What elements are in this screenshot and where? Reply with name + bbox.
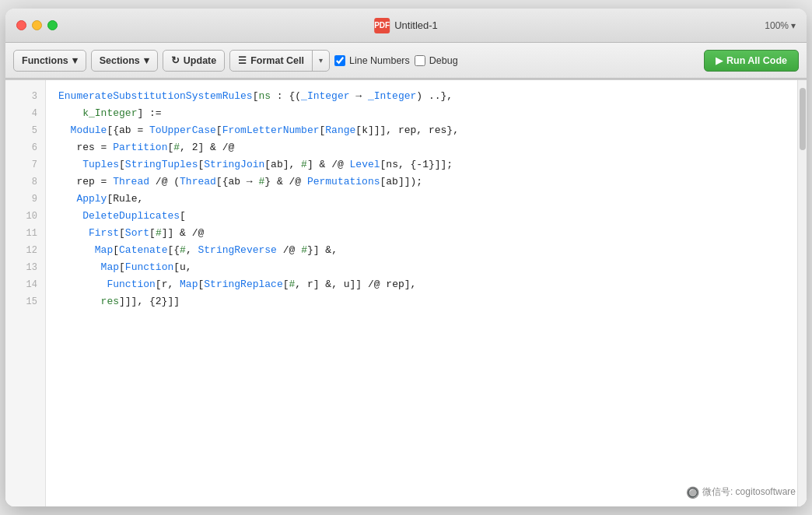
code-token bbox=[58, 279, 107, 290]
code-token: FromLetterNumber bbox=[222, 124, 320, 136]
code-token: /@ ( bbox=[149, 176, 180, 187]
line-number: 8 bbox=[5, 173, 45, 191]
run-all-button[interactable]: ▶ Run All Code bbox=[704, 50, 799, 72]
debug-checkbox-label[interactable]: Debug bbox=[415, 55, 458, 66]
line-numbers-checkbox[interactable] bbox=[334, 55, 345, 66]
zoom-level: 100% bbox=[765, 20, 789, 31]
code-token: ]] & /@ bbox=[162, 227, 205, 239]
run-icon: ▶ bbox=[716, 55, 723, 66]
code-token: → bbox=[350, 90, 368, 102]
code-token bbox=[58, 193, 76, 205]
debug-label: Debug bbox=[429, 55, 458, 66]
code-token bbox=[58, 296, 101, 307]
code-token: [{ab → bbox=[216, 176, 259, 187]
app-window: PDF Untitled-1 100% ▾ Functions ▾ Sectio… bbox=[5, 9, 807, 506]
code-token: Level bbox=[350, 159, 380, 170]
line-number: 9 bbox=[5, 191, 45, 208]
line-number: 6 bbox=[5, 139, 45, 156]
code-token: Map bbox=[95, 244, 113, 256]
line-numbers-checkbox-label[interactable]: Line Numbers bbox=[334, 55, 410, 66]
line-number: 11 bbox=[5, 225, 45, 242]
functions-chevron-icon: ▾ bbox=[72, 54, 78, 66]
functions-label: Functions bbox=[22, 55, 68, 66]
watermark-icon: 🔘 bbox=[686, 486, 699, 499]
table-row: First[Sort[#]] & /@ bbox=[58, 225, 785, 242]
code-token: [ bbox=[216, 124, 222, 136]
scrollbar-thumb[interactable] bbox=[800, 88, 806, 150]
code-token: Permutations bbox=[307, 176, 380, 187]
update-button[interactable]: ↻ Update bbox=[163, 51, 224, 71]
table-row: Apply[Rule, bbox=[58, 191, 785, 208]
close-button[interactable] bbox=[16, 20, 26, 30]
format-cell-arrow-icon: ▾ bbox=[319, 56, 323, 65]
code-token: Map bbox=[180, 279, 198, 290]
table-row: rep = Thread /@ (Thread[{ab → #} & /@ Pe… bbox=[58, 173, 785, 191]
code-token: # bbox=[301, 244, 307, 256]
code-token bbox=[58, 124, 71, 136]
code-token: [ bbox=[180, 210, 186, 222]
code-area[interactable]: EnumerateSubstitutionSystemRules[ns : {(… bbox=[46, 80, 797, 506]
code-container: 3456789101112131415 EnumerateSubstitutio… bbox=[5, 79, 807, 506]
line-number: 3 bbox=[5, 88, 45, 105]
watermark: 🔘微信号: cogitosoftware bbox=[686, 485, 796, 499]
code-token bbox=[58, 210, 82, 222]
vertical-scrollbar[interactable] bbox=[797, 80, 807, 506]
code-token: ns bbox=[258, 90, 271, 102]
code-token: ) ..}, bbox=[416, 90, 453, 102]
zoom-control[interactable]: 100% ▾ bbox=[765, 20, 796, 31]
window-title: Untitled-1 bbox=[394, 19, 438, 31]
code-token: [{ bbox=[167, 244, 180, 256]
code-token: Partition bbox=[113, 142, 167, 153]
code-token: res bbox=[101, 296, 119, 307]
code-token: # bbox=[156, 227, 162, 239]
sections-chevron-icon: ▾ bbox=[144, 54, 149, 66]
line-number: 4 bbox=[5, 105, 45, 122]
titlebar-center: PDF Untitled-1 bbox=[374, 18, 438, 33]
debug-checkbox[interactable] bbox=[415, 55, 425, 66]
format-cell-dropdown-button[interactable]: ▾ bbox=[312, 51, 329, 71]
line-number: 5 bbox=[5, 122, 45, 139]
code-token: Thread bbox=[113, 176, 149, 187]
line-number: 7 bbox=[5, 156, 45, 173]
code-token: Map bbox=[101, 261, 119, 273]
line-number: 13 bbox=[5, 259, 45, 276]
code-token: [k]]], rep, res}, bbox=[355, 124, 459, 136]
code-token bbox=[58, 159, 82, 170]
traffic-lights bbox=[16, 20, 58, 30]
code-token: [ bbox=[149, 227, 156, 239]
table-row: res]]], {2}]] bbox=[58, 293, 785, 310]
code-token: # bbox=[301, 159, 307, 170]
table-row: Map[Function[u, bbox=[58, 259, 785, 276]
code-token bbox=[58, 227, 89, 239]
table-row: Tuples[StringTuples[StringJoin[ab], #] &… bbox=[58, 156, 785, 173]
code-token: } & /@ bbox=[264, 176, 307, 187]
line-number: 15 bbox=[5, 293, 45, 310]
code-token: StringTuples bbox=[125, 159, 198, 170]
code-token: Apply bbox=[76, 193, 107, 205]
code-token: DeleteDuplicates bbox=[82, 210, 180, 222]
code-token: , r] &, u]] /@ rep], bbox=[295, 279, 416, 290]
sections-button[interactable]: Sections ▾ bbox=[91, 50, 158, 72]
format-cell-split-button: ☰ Format Cell ▾ bbox=[229, 50, 330, 72]
code-token: , 2] & /@ bbox=[180, 142, 234, 153]
code-token: /@ bbox=[277, 244, 301, 256]
code-token: rep = bbox=[58, 176, 113, 187]
maximize-button[interactable] bbox=[47, 20, 58, 30]
update-label: Update bbox=[184, 55, 216, 66]
code-token: Thread bbox=[180, 176, 216, 187]
line-numbers-label: Line Numbers bbox=[349, 55, 410, 66]
code-token: StringJoin bbox=[204, 159, 264, 170]
code-token: EnumerateSubstitutionSystemRules bbox=[58, 90, 253, 102]
functions-button[interactable]: Functions ▾ bbox=[13, 50, 86, 72]
format-cell-label: Format Cell bbox=[250, 55, 304, 66]
run-all-label: Run All Code bbox=[726, 55, 787, 66]
titlebar: PDF Untitled-1 100% ▾ bbox=[5, 9, 807, 43]
code-token: k_Integer bbox=[82, 107, 137, 119]
update-icon: ↻ bbox=[171, 54, 180, 66]
code-token: # bbox=[173, 142, 180, 153]
format-cell-button[interactable]: ☰ Format Cell bbox=[230, 51, 312, 71]
code-token: [ns, {-1}]]; bbox=[380, 159, 453, 170]
code-token: [ bbox=[119, 261, 125, 273]
minimize-button[interactable] bbox=[32, 20, 42, 30]
code-token: _Integer bbox=[301, 90, 349, 102]
